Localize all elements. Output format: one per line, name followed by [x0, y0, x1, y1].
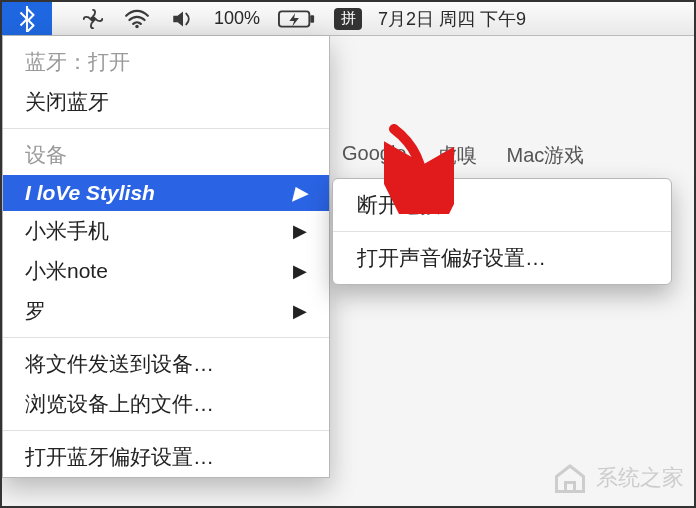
- turn-off-bluetooth[interactable]: 关闭蓝牙: [3, 82, 329, 122]
- fan-icon: [82, 8, 104, 30]
- menu-separator: [3, 337, 329, 338]
- devices-header: 设备: [3, 135, 329, 175]
- input-method-indicator[interactable]: 拼: [334, 8, 362, 30]
- svg-point-1: [135, 24, 138, 27]
- submenu-arrow-icon: ▶: [293, 182, 307, 204]
- battery-menu-icon[interactable]: [268, 2, 326, 35]
- browse-device-files[interactable]: 浏览设备上的文件…: [3, 384, 329, 424]
- send-file-label: 将文件发送到设备…: [25, 350, 214, 378]
- fan-menu-icon[interactable]: [72, 2, 114, 35]
- turn-off-bluetooth-label: 关闭蓝牙: [25, 88, 109, 116]
- device-item-xiaomi-note[interactable]: 小米note ▶: [3, 251, 329, 291]
- device-label: 小米手机: [25, 217, 109, 245]
- bookmark-macgames[interactable]: Mac游戏: [507, 142, 585, 169]
- menubar-clock[interactable]: 7月2日 周四 下午9: [370, 7, 526, 31]
- menu-separator: [3, 128, 329, 129]
- bluetooth-icon: [18, 6, 36, 32]
- submenu-arrow-icon: ▶: [293, 260, 307, 282]
- submenu-arrow-icon: ▶: [293, 220, 307, 242]
- device-item-xiaomi-phone[interactable]: 小米手机 ▶: [3, 211, 329, 251]
- wifi-menu-icon[interactable]: [114, 2, 160, 35]
- open-sound-prefs[interactable]: 打开声音偏好设置…: [333, 236, 671, 280]
- device-label: 小米note: [25, 257, 108, 285]
- wifi-icon: [124, 9, 150, 29]
- bluetooth-menu: 蓝牙：打开 关闭蓝牙 设备 I loVe Stylish ▶ 小米手机 ▶ 小米…: [2, 36, 330, 478]
- bookmark-huxiu[interactable]: 虎嗅: [437, 142, 477, 169]
- menu-bar: 100% 拼 7月2日 周四 下午9: [2, 2, 694, 36]
- bookmark-google[interactable]: Google: [342, 142, 407, 169]
- send-file-to-device[interactable]: 将文件发送到设备…: [3, 344, 329, 384]
- submenu-arrow-icon: ▶: [293, 300, 307, 322]
- sound-prefs-label: 打开声音偏好设置…: [357, 246, 546, 269]
- disconnect-device[interactable]: 断开连接: [333, 183, 671, 227]
- watermark-text: 系统之家: [596, 463, 684, 493]
- device-label: I loVe Stylish: [25, 181, 155, 205]
- bluetooth-status: 蓝牙：打开: [3, 42, 329, 82]
- volume-icon: [170, 9, 196, 29]
- bluetooth-prefs-label: 打开蓝牙偏好设置…: [25, 443, 214, 471]
- battery-charging-icon: [278, 9, 316, 29]
- device-submenu: 断开连接 打开声音偏好设置…: [332, 178, 672, 285]
- volume-menu-icon[interactable]: [160, 2, 206, 35]
- disconnect-label: 断开连接: [357, 193, 441, 216]
- watermark: 系统之家: [552, 460, 684, 496]
- menu-separator: [333, 231, 671, 232]
- bluetooth-status-label: 蓝牙：打开: [25, 48, 130, 76]
- battery-percent: 100%: [206, 8, 268, 29]
- bluetooth-menubar-icon[interactable]: [2, 2, 52, 35]
- device-item-luo[interactable]: 罗 ▶: [3, 291, 329, 331]
- open-bluetooth-prefs[interactable]: 打开蓝牙偏好设置…: [3, 437, 329, 477]
- menu-separator: [3, 430, 329, 431]
- bookmark-bar: Google 虎嗅 Mac游戏: [342, 142, 584, 169]
- browse-files-label: 浏览设备上的文件…: [25, 390, 214, 418]
- house-icon: [552, 460, 588, 496]
- device-item-stylish[interactable]: I loVe Stylish ▶: [3, 175, 329, 211]
- svg-rect-3: [310, 15, 314, 23]
- device-label: 罗: [25, 297, 46, 325]
